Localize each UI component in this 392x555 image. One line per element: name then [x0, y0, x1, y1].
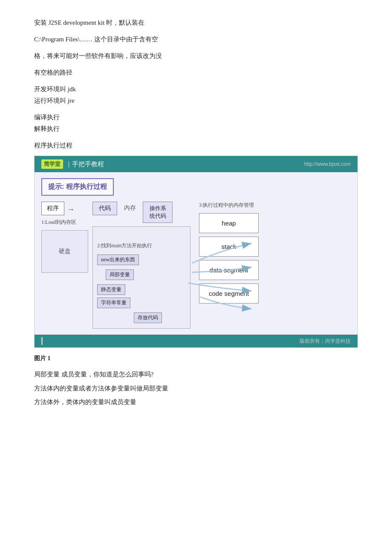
footer-copyright: 版权所有；尚学堂科技 — [300, 338, 351, 345]
diagram-footer: 版权所有；尚学堂科技 — [35, 335, 357, 347]
memory-label: 内存 — [124, 204, 136, 212]
harddisk-box: 硬盘 — [41, 230, 88, 273]
paragraph-5: 开发环境叫 jdk 运行环境叫 jre — [34, 84, 358, 107]
paragraph-2: C:\Program Files\…… 这个目录中由于含有空 — [34, 34, 358, 45]
diagram-body: 提示: 程序执行过程 程序 → 1:Load到内存区 硬盘 代码 内存 — [35, 172, 357, 335]
string-box: 字符串常量 — [97, 298, 130, 308]
middle-section: 代码 内存 操作系统代码 2:找到main方法开始执行 new出来的东西 局部变… — [92, 202, 190, 329]
image-caption: 图片 1 — [34, 355, 358, 362]
os-code-box: 操作系统代码 — [143, 202, 173, 223]
load-label: 1:Load到内存区 — [41, 219, 76, 226]
data-segment-box: data segment — [199, 260, 259, 280]
footer-bar — [41, 337, 43, 345]
diagram-container: 简学堂 ｜手把手教程 http://www.bjsxt.com 提示: 程序执行… — [34, 156, 358, 348]
code-segment-box: code segment — [199, 283, 259, 304]
paragraph-4: 有空格的路径 — [34, 67, 358, 78]
right-section: 3:执行过程中的内存管理 heap stack data segment cod… — [199, 202, 259, 305]
header-url: http://www.bjsxt.com — [304, 161, 351, 167]
memory-manage-label: 3:执行过程中的内存管理 — [199, 202, 254, 209]
main-label: 2:找到main方法开始执行 — [97, 242, 186, 249]
local-box: 局部变量 — [106, 269, 134, 280]
bottom-text: 局部变量 成员变量，你知道是怎么回事吗? 方法体内的变量或者方法体参变量叫做局部… — [34, 368, 358, 408]
memory-area: 2:找到main方法开始执行 new出来的东西 局部变量 静态变量 字符串常量 … — [92, 226, 190, 329]
code-store-box: 存放代码 — [134, 312, 162, 323]
diagram-main-area: 程序 → 1:Load到内存区 硬盘 代码 内存 操作系统代码 — [41, 202, 351, 329]
logo-box: 简学堂 — [41, 159, 63, 169]
new-box: new出来的东西 — [97, 254, 139, 265]
paragraph-3: 格，将来可能对一些软件有影响，应该改为没 — [34, 50, 358, 62]
static-box: 静态变量 — [97, 284, 125, 295]
header-title: ｜手把手教程 — [66, 160, 104, 168]
paragraph-1: 安装 J2SE development kit 时，默认装在 — [34, 17, 358, 29]
paragraph-6: 编译执行 解释执行 — [34, 112, 358, 135]
left-section: 程序 → 1:Load到内存区 硬盘 — [41, 202, 88, 273]
hint-box: 提示: 程序执行过程 — [41, 178, 114, 196]
bottom-line-3: 方法体外，类体内的变量叫成员变量 — [34, 396, 358, 408]
section-title: 程序执行过程 — [34, 140, 358, 151]
arrow-right: → — [67, 205, 75, 214]
diagram-header-logo: 简学堂 ｜手把手教程 — [41, 159, 104, 169]
program-box: 程序 — [41, 202, 64, 215]
bottom-line-1: 局部变量 成员变量，你知道是怎么回事吗? — [34, 368, 358, 381]
stack-box: stack — [199, 237, 259, 257]
heap-box: heap — [199, 213, 259, 233]
bottom-line-2: 方法体内的变量或者方法体参变量叫做局部变量 — [34, 382, 358, 395]
code-box: 代码 — [92, 202, 117, 215]
diagram-header: 简学堂 ｜手把手教程 http://www.bjsxt.com — [35, 156, 357, 172]
